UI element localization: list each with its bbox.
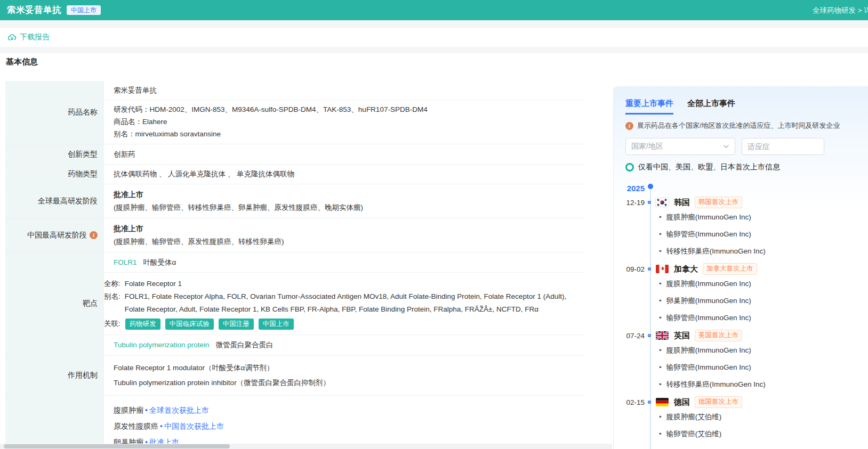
event-indication-item: 腹膜肿瘤(ImmunoGen Inc)	[659, 342, 868, 359]
timeline-dot-icon	[648, 201, 651, 204]
event-header: 12-19韩国韩国首次上市	[625, 196, 868, 209]
target-alias-value: FOLR1, Folate Receptor Alpha, FOLR, Ovar…	[125, 290, 585, 316]
dev-codes-line: 研发代码：HDM-2002、IMGN-853、M9346A-sulfo-SPDB…	[114, 103, 585, 116]
target-tubulin-cn: 微管蛋白聚合蛋白	[216, 340, 274, 350]
breadcrumb[interactable]: 全球药物研发 > 详	[813, 6, 868, 15]
global-stage-value: 批准上市	[114, 189, 585, 200]
target-fullname-label: 全称:	[104, 277, 120, 290]
gb-flag-icon	[656, 331, 669, 340]
event-indication-item: 输卵管癌(艾伯维)	[659, 426, 868, 443]
brand-name-label: 商品名：	[114, 118, 142, 126]
row-value: 索米妥昔单抗 研发代码：HDM-2002、IMGN-853、M9346A-sul…	[104, 81, 585, 144]
tab-all-listing-events[interactable]: 全部上市事件	[687, 99, 735, 115]
target-folr1-link[interactable]: FOLR1	[114, 258, 137, 266]
events-tabs: 重要上市事件 全部上市事件	[625, 99, 868, 115]
ca-flag-icon	[656, 265, 669, 273]
row-label: 作用机制	[5, 356, 104, 395]
event-indication-item: 腹膜肿瘤(ImmunoGen Inc)	[659, 275, 868, 292]
event-items: 腹膜肿瘤(ImmunoGen Inc)输卵管癌(ImmunoGen Inc)转移…	[659, 342, 868, 393]
horizontal-scrollbar-thumb[interactable]	[4, 444, 230, 448]
row-label: 创新类型	[5, 144, 104, 164]
event-items: 腹膜肿瘤(艾伯维)输卵管癌(艾伯维)	[659, 409, 868, 443]
event-date: 09-02	[625, 265, 645, 273]
tag-china-registration[interactable]: 中国注册	[219, 319, 254, 330]
download-report-button[interactable]: 下载报告	[7, 32, 50, 42]
timeline-year-row: 2025	[625, 183, 868, 193]
table-row-china-stage: 中国最高研发阶段 i 批准上市 (腹膜肿瘤、输卵管癌、原发性腹膜癌、转移性卵巢癌…	[5, 218, 585, 252]
dev-codes-label: 研发代码：	[114, 105, 150, 113]
download-report-label: 下载报告	[20, 32, 50, 42]
first-listing-badge: 韩国首次上市	[695, 197, 742, 208]
bullet-separator: •	[145, 402, 148, 418]
tag-china-clinical[interactable]: 中国临床试验	[165, 319, 214, 330]
major-markets-filter[interactable]: 仅看中国、美国、欧盟、日本首次上市信息	[625, 162, 868, 172]
info-icon[interactable]: i	[90, 231, 98, 239]
event-indication-item: 输卵管癌(ImmunoGen Inc)	[659, 309, 868, 326]
china-listed-badge: 中国上市	[67, 5, 101, 15]
tag-drug-rd[interactable]: 药物研发	[125, 319, 160, 330]
event-country: 德国	[674, 397, 690, 407]
event-header: 07-24英国英国首次上市	[625, 329, 868, 342]
de-flag-icon	[656, 398, 669, 406]
cloud-download-icon	[7, 33, 17, 42]
country-region-placeholder: 国家/地区	[631, 142, 723, 151]
first-listing-badge: 英国首次上市	[695, 330, 742, 341]
timeline-year: 2025	[625, 184, 645, 193]
target-tubulin-link[interactable]: Tubulin polymerization protein	[114, 341, 210, 349]
indication-link[interactable]: 中国首次获批上市	[164, 418, 224, 434]
row-value: 腹膜肿瘤•全球首次获批上市 原发性腹膜癌•中国首次获批上市 卵巢肿瘤•批准上市	[104, 396, 585, 449]
row-label	[5, 396, 104, 449]
target-related-line: 关联: 药物研发 中国临床试验 中国注册 中国上市	[104, 319, 585, 330]
event-indication-item: 输卵管癌(ImmunoGen Inc)	[659, 359, 868, 376]
first-listing-badge: 加拿大首次上市	[703, 263, 757, 275]
tab-important-listing-events[interactable]: 重要上市事件	[625, 99, 673, 115]
event-items: 腹膜肿瘤(ImmunoGen Inc)卵巢肿瘤(ImmunoGen Inc)输卵…	[659, 275, 868, 326]
radio-button-icon[interactable]	[625, 163, 634, 172]
event-indication-item: 腹膜肿瘤(艾伯维)	[659, 409, 868, 426]
chevron-down-icon	[723, 143, 729, 150]
target-tubulin-line: Tubulin polymerization protein 微管蛋白聚合蛋白	[114, 335, 585, 355]
year-dot-icon	[648, 184, 653, 189]
timeline-event: 02-15德国德国首次上市腹膜肿瘤(艾伯维)输卵管癌(艾伯维)	[625, 396, 868, 443]
indication-search-input[interactable]	[742, 138, 824, 155]
row-label: 全球最高研发阶段	[5, 184, 104, 218]
table-row-target: 靶点 FOLR1 叶酸受体α 全称: Folate Receptor 1 别名:…	[5, 252, 585, 356]
drug-type-value: 抗体偶联药物 、 人源化单克隆抗体 、 单克隆抗体偶联物	[114, 165, 585, 184]
indication-line: 原发性腹膜癌•中国首次获批上市	[114, 418, 585, 434]
indication-link[interactable]: 全球首次获批上市	[149, 402, 209, 418]
event-country: 韩国	[674, 198, 690, 208]
mechanism-line-2: Tubulin polymerization protein inhibitor…	[114, 375, 585, 390]
country-region-select[interactable]: 国家/地区	[625, 138, 735, 155]
event-date: 07-24	[625, 332, 645, 340]
kr-flag-icon	[656, 198, 669, 207]
row-value: 批准上市 (腹膜肿瘤、输卵管癌、转移性卵巢癌、卵巢肿瘤、原发性腹膜癌、晚期实体瘤…	[104, 184, 585, 218]
innovation-type-value: 创新药	[114, 144, 585, 164]
events-timeline: 2025 12-19韩国韩国首次上市腹膜肿瘤(ImmunoGen Inc)输卵管…	[625, 183, 868, 443]
target-fullname-value: Folate Receptor 1	[125, 277, 585, 290]
divider-band-top	[0, 20, 868, 28]
timeline-dot-icon	[648, 401, 651, 404]
target-related-label: 关联:	[104, 319, 120, 329]
row-value: 抗体偶联药物 、 人源化单克隆抗体 、 单克隆抗体偶联物	[104, 165, 585, 184]
event-country: 加拿大	[674, 264, 698, 274]
row-label: 药物类型	[5, 165, 104, 184]
table-row-drug-type: 药物类型 抗体偶联药物 、 人源化单克隆抗体 、 单克隆抗体偶联物	[5, 165, 585, 184]
timeline-event: 12-19韩国韩国首次上市腹膜肿瘤(ImmunoGen Inc)输卵管癌(Imm…	[625, 196, 868, 260]
event-indication-item: 卵巢肿瘤(ImmunoGen Inc)	[659, 292, 868, 309]
listing-events-panel: 重要上市事件 全部上市事件 i 展示药品在各个国家/地区首次批准的适应症、上市时…	[613, 86, 868, 449]
table-row-global-stage: 全球最高研发阶段 批准上市 (腹膜肿瘤、输卵管癌、转移性卵巢癌、卵巢肿瘤、原发性…	[5, 184, 585, 218]
table-row-drug-name: 药品名称 索米妥昔单抗 研发代码：HDM-2002、IMGN-853、M9346…	[5, 81, 585, 144]
china-stage-detail: (腹膜肿瘤、输卵管癌、原发性腹膜癌、转移性卵巢癌)	[114, 236, 585, 247]
major-markets-filter-label: 仅看中国、美国、欧盟、日本首次上市信息	[638, 162, 780, 172]
tag-china-listed[interactable]: 中国上市	[259, 319, 294, 330]
row-label: 中国最高研发阶段 i	[5, 218, 104, 252]
indication-name: 腹膜肿瘤	[114, 402, 143, 418]
app-header: 索米妥昔单抗 中国上市 全球药物研发 > 详	[0, 0, 868, 20]
first-listing-badge: 德国首次上市	[695, 396, 742, 408]
event-items: 腹膜肿瘤(ImmunoGen Inc)输卵管癌(ImmunoGen Inc)转移…	[659, 209, 868, 260]
alias-line: 别名：mirvetuximab soravtansine	[114, 128, 585, 140]
event-header: 09-02加拿大加拿大首次上市	[625, 263, 868, 275]
timeline-event: 09-02加拿大加拿大首次上市腹膜肿瘤(ImmunoGen Inc)卵巢肿瘤(I…	[625, 263, 868, 326]
row-value: 创新药	[104, 144, 585, 164]
download-toolbar: 下载报告	[0, 28, 868, 47]
